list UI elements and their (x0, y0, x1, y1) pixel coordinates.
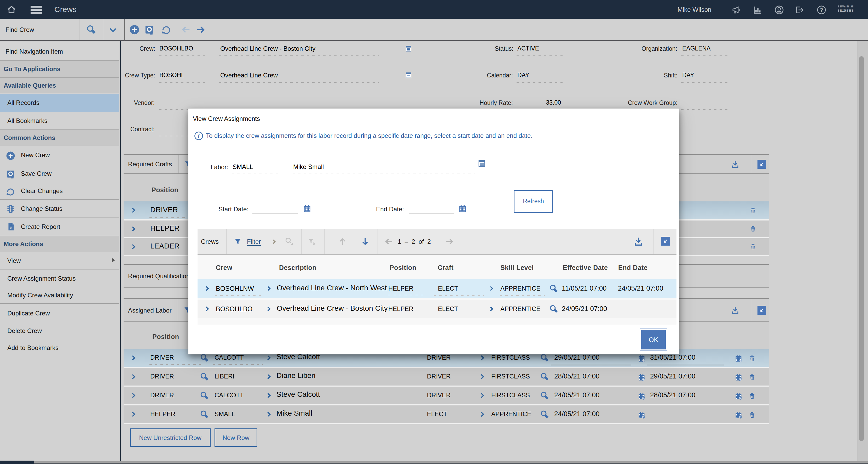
svg-text:IBM: IBM (837, 4, 854, 14)
